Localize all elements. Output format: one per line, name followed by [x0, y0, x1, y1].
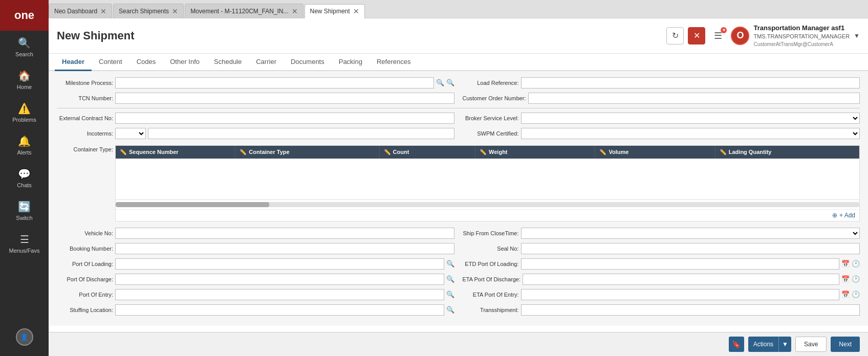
eta-poe-clock[interactable]: 🕐	[852, 291, 860, 298]
tab-header[interactable]: Header	[55, 54, 92, 71]
sidebar: one 🔍 Search 🏠 Home ⚠️ Problems 🔔 Alerts…	[0, 0, 49, 356]
tab-packing[interactable]: Packing	[332, 54, 370, 71]
milestone-process-input[interactable]	[115, 77, 434, 88]
eta-pod-calendar[interactable]: 📅	[841, 275, 850, 283]
tab-search-shipments[interactable]: Search Shipments ✕	[113, 4, 184, 18]
refresh-button[interactable]: ↻	[666, 27, 684, 44]
pol-input[interactable]	[115, 258, 444, 270]
pod-search-button[interactable]: 🔍	[446, 275, 454, 283]
pol-search-button[interactable]: 🔍	[446, 260, 454, 268]
pod-label: Port Of Discharge:	[57, 276, 113, 282]
save-button[interactable]: Save	[795, 337, 827, 352]
incoterms-text-input[interactable]	[148, 128, 454, 139]
etd-pol-calendar[interactable]: 📅	[841, 260, 850, 268]
sidebar-item-alerts[interactable]: 🔔 Alerts	[0, 129, 49, 162]
form-row-milestone: Milestone Process: 🔍 🔍 Load Reference:	[57, 77, 860, 88]
external-contract-input[interactable]	[115, 113, 454, 124]
eta-pod-clock[interactable]: 🕐	[852, 275, 860, 283]
menus-icon: ☰	[20, 233, 29, 246]
close-tab-movement[interactable]: ✕	[292, 7, 298, 15]
tab-movement[interactable]: Movement - M-11120CM_FAN_IN... ✕	[185, 4, 303, 18]
form-row-stuffing: Stuffing Location: 🔍 Transshipment:	[57, 304, 860, 316]
stuffing-input[interactable]	[115, 304, 444, 316]
tab-carrier[interactable]: Carrier	[249, 54, 284, 71]
tab-documents[interactable]: Documents	[284, 54, 332, 71]
user-dropdown-arrow[interactable]: ▼	[854, 32, 860, 39]
tab-content[interactable]: Content	[92, 54, 129, 71]
profile-avatar: 👤	[16, 328, 33, 346]
switch-icon: 🔄	[18, 201, 31, 213]
search-icon: 🔍	[18, 37, 31, 49]
broker-service-select[interactable]	[521, 113, 860, 124]
etd-pol-input[interactable]	[521, 258, 840, 270]
sidebar-item-home[interactable]: 🏠 Home	[0, 63, 49, 96]
close-tab-search-shipments[interactable]: ✕	[172, 7, 178, 15]
close-tab-neo-dashboard[interactable]: ✕	[100, 7, 106, 15]
user-info: O Transportation Manager asf1 TMS.TRANSP…	[731, 24, 860, 48]
eta-pod-input[interactable]	[523, 274, 839, 285]
load-reference-input[interactable]	[521, 77, 860, 88]
form-row-vehicle: Vehicle No: Ship From CloseTime:	[57, 228, 860, 239]
tab-new-shipment[interactable]: New Shipment ✕	[305, 4, 365, 18]
customer-order-input[interactable]	[528, 93, 860, 104]
tab-references[interactable]: References	[370, 54, 418, 71]
eta-poe-calendar[interactable]: 📅	[841, 291, 850, 298]
poe-input[interactable]	[115, 289, 444, 300]
milestone-clear-button[interactable]: 🔍	[446, 79, 454, 86]
stuffing-search-button[interactable]: 🔍	[446, 306, 454, 314]
close-button[interactable]: ✕	[688, 27, 705, 44]
edit-icon-sequence: ✏️	[120, 149, 127, 155]
tab-codes[interactable]: Codes	[129, 54, 163, 71]
sidebar-item-menus[interactable]: ☰ Menus/Favs	[0, 227, 49, 260]
swpm-certified-select[interactable]	[521, 128, 860, 139]
form-group-customer-order: Customer Order Number:	[463, 93, 860, 104]
container-grid: ✏️ Sequence Number ✏️ Container Type ✏️	[115, 145, 860, 221]
nav-tabs: Header Content Codes Other Info Schedule…	[49, 54, 868, 71]
grid-scrollbar[interactable]	[116, 199, 859, 209]
form-group-stuffing: Stuffing Location: 🔍	[57, 304, 454, 316]
broker-service-label: Broker Service Level:	[463, 115, 519, 121]
add-container-row-button[interactable]: ⊕ + Add	[832, 212, 855, 219]
sidebar-item-problems[interactable]: ⚠️ Problems	[0, 96, 49, 129]
load-reference-label: Load Reference:	[463, 80, 519, 86]
pod-input[interactable]	[115, 274, 444, 285]
actions-dropdown[interactable]: Actions ▼	[748, 337, 791, 352]
poe-search-button[interactable]: 🔍	[446, 291, 454, 298]
actions-arrow[interactable]: ▼	[778, 337, 791, 352]
form-row-pol: Port Of Loading: 🔍 ETD Port Of Loading: …	[57, 258, 860, 270]
seal-no-input[interactable]	[521, 243, 860, 254]
col-header-count: ✏️ Count	[380, 146, 475, 159]
bookmark-button[interactable]: 🔖	[729, 337, 744, 352]
etd-pol-clock[interactable]: 🕐	[852, 260, 860, 268]
poe-label: Port Of Entry:	[57, 292, 113, 298]
booking-number-input[interactable]	[115, 243, 454, 254]
next-button[interactable]: Next	[831, 337, 860, 352]
notification-badge: ★	[721, 27, 727, 33]
eta-poe-label: ETA Port Of Entry:	[463, 292, 519, 298]
sidebar-item-search[interactable]: 🔍 Search	[0, 31, 49, 63]
close-tab-new-shipment[interactable]: ✕	[353, 7, 359, 15]
col-header-container-type: ✏️ Container Type	[235, 146, 379, 159]
form-scroll-area[interactable]: Milestone Process: 🔍 🔍 Load Reference: T…	[49, 71, 868, 332]
incoterms-select[interactable]	[115, 128, 146, 139]
form-group-eta-pod: ETA Port Of Discharge: 📅 🕐	[463, 274, 860, 285]
tab-neo-dashboard[interactable]: Neo Dashboard ✕	[49, 4, 112, 18]
vehicle-no-input[interactable]	[115, 228, 454, 239]
form-group-etd-pol: ETD Port Of Loading: 📅 🕐	[463, 258, 860, 270]
transshipment-input[interactable]	[521, 304, 860, 316]
menu-button[interactable]: ☰ ★	[709, 27, 727, 44]
form-group-milestone: Milestone Process: 🔍 🔍	[57, 77, 454, 88]
tab-other-info[interactable]: Other Info	[163, 54, 207, 71]
milestone-search-button[interactable]: 🔍	[436, 79, 444, 86]
form-row-tcn: TCN Number: Customer Order Number:	[57, 93, 860, 104]
ship-closetime-select[interactable]	[521, 228, 860, 239]
eta-poe-input[interactable]	[521, 289, 840, 300]
tcn-number-input[interactable]	[115, 93, 454, 104]
sidebar-item-profile[interactable]: 👤	[0, 322, 49, 352]
form-group-external-contract: External Contract No:	[57, 113, 454, 124]
sidebar-item-switch[interactable]: 🔄 Switch	[0, 194, 49, 227]
tab-schedule[interactable]: Schedule	[207, 54, 249, 71]
sidebar-item-chats[interactable]: 💬 Chats	[0, 162, 49, 194]
edit-icon-lading: ✏️	[720, 149, 727, 155]
user-email: CustomerAtTransMgr@CustomerA	[753, 41, 850, 48]
